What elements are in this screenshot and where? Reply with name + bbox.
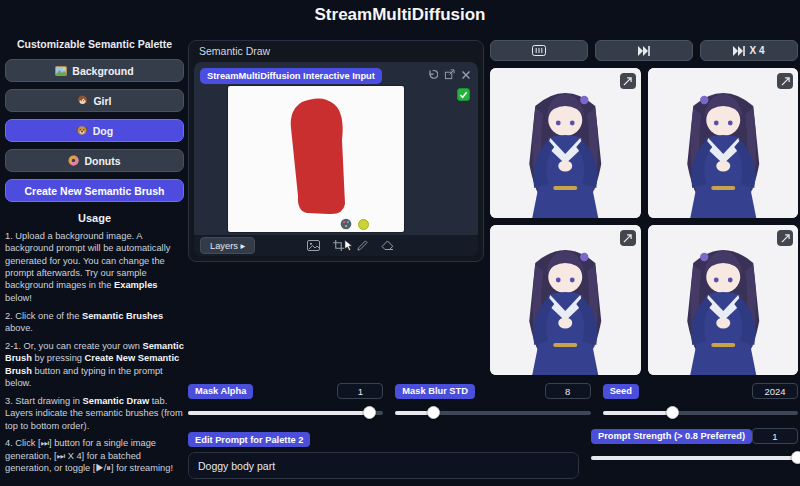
image-icon[interactable]	[307, 240, 320, 251]
mask-alpha-label: Mask Alpha	[188, 384, 253, 399]
skip-icon	[638, 46, 650, 56]
current-color-swatch[interactable]	[358, 219, 369, 230]
prompt-edit-label: Edit Prompt for Palette 2	[188, 432, 310, 447]
expand-image-button[interactable]	[777, 73, 793, 89]
seed-group: Seed	[603, 383, 798, 419]
brush-label: Dog	[93, 125, 113, 137]
mask-alpha-input[interactable]	[337, 383, 383, 399]
usage-paragraph: 3. Start drawing in Semantic Draw tab. L…	[5, 395, 184, 432]
mask-alpha-slider[interactable]	[188, 406, 383, 419]
expand-icon	[623, 77, 632, 86]
prompt-strength-slider[interactable]	[591, 451, 798, 464]
palette-icon[interactable]	[340, 218, 352, 230]
tab-semantic-draw[interactable]: Semantic Draw	[189, 41, 280, 61]
seed-input[interactable]	[752, 383, 798, 399]
usage-instructions: 1. Upload a background image. A backgrou…	[5, 230, 184, 474]
prompt-strength-label: Prompt Strength (> 0.8 Preferred)	[591, 429, 752, 444]
page-title: StreamMultiDiffusion	[0, 5, 800, 25]
usage-paragraph: 4. Click [⏭] button for a single image g…	[5, 437, 184, 474]
brush-background-button[interactable]: Background	[5, 59, 184, 82]
gallery-item[interactable]	[648, 225, 799, 375]
brush-dog-button[interactable]: Dog	[5, 119, 184, 142]
mask-blur-group: Mask Blur STD	[395, 383, 590, 419]
mask-blur-label: Mask Blur STD	[395, 384, 475, 399]
dog-icon	[76, 125, 88, 136]
check-icon	[459, 90, 468, 99]
picture-icon	[55, 66, 67, 76]
brush-donuts-button[interactable]: Donuts	[5, 149, 184, 172]
undo-icon[interactable]	[427, 69, 438, 80]
results-column: X 4	[490, 40, 798, 375]
generated-image	[648, 225, 799, 375]
usage-paragraph: 2. Click one of the Semantic Brushes abo…	[5, 310, 184, 335]
usage-paragraph: 2-1. Or, you can create your own Semanti…	[5, 340, 184, 389]
gallery-item[interactable]	[648, 68, 799, 218]
brush-label: Background	[72, 65, 133, 77]
create-new-semantic-brush-button[interactable]: Create New Semantic Brush	[5, 179, 184, 202]
prompt-strength-group: Prompt Strength (> 0.8 Preferred)	[591, 428, 798, 483]
mask-blur-slider[interactable]	[395, 406, 590, 419]
expand-image-button[interactable]	[620, 73, 636, 89]
semantic-palette-sidebar: Customizable Semantic Palette Background…	[5, 38, 184, 480]
brush-label: Girl	[93, 95, 111, 107]
batch-count-label: X 4	[749, 45, 764, 56]
gallery-item[interactable]	[490, 68, 641, 218]
seed-slider[interactable]	[603, 406, 798, 419]
expand-image-button[interactable]	[777, 230, 793, 246]
mask-blur-input[interactable]	[545, 383, 591, 399]
slider-handle[interactable]	[666, 406, 679, 419]
seed-label: Seed	[603, 384, 639, 399]
drawing-canvas[interactable]	[228, 86, 404, 232]
canvas-input-badge: StreamMultiDiffusion Interactive Input	[200, 68, 382, 84]
result-gallery	[490, 68, 798, 375]
prompt-strength-input[interactable]	[752, 428, 798, 444]
semantic-draw-panel: Semantic Draw StreamMultiDiffusion Inter…	[188, 40, 484, 262]
slider-handle[interactable]	[363, 406, 376, 419]
usage-paragraph: 1. Upload a background image. A backgrou…	[5, 230, 184, 304]
eraser-icon[interactable]	[381, 240, 394, 251]
brush-label: Donuts	[84, 155, 120, 167]
generated-image	[648, 68, 799, 218]
crop-icon[interactable]	[333, 240, 344, 251]
interactive-canvas[interactable]: StreamMultiDiffusion Interactive Input L…	[194, 62, 478, 256]
usage-title: Usage	[5, 212, 184, 224]
expand-icon	[781, 234, 790, 243]
slider-handle[interactable]	[427, 406, 440, 419]
mask-alpha-group: Mask Alpha	[188, 383, 383, 419]
generated-image	[490, 225, 641, 375]
expand-icon	[623, 234, 632, 243]
prompt-edit-block: Edit Prompt for Palette 2 Doggy body par…	[188, 428, 579, 483]
popout-icon[interactable]	[444, 69, 455, 80]
active-checkbox[interactable]	[457, 88, 470, 101]
prompt-input[interactable]: Doggy body part	[188, 452, 579, 479]
generated-image	[490, 68, 641, 218]
palette-title: Customizable Semantic Palette	[5, 38, 184, 50]
brush-tool-icon[interactable]	[357, 240, 368, 251]
skip-icon	[733, 46, 745, 56]
donut-icon	[68, 155, 79, 166]
close-icon[interactable]	[461, 70, 471, 80]
girl-icon	[77, 95, 88, 106]
expand-icon	[781, 77, 790, 86]
layers-button[interactable]: Layers ▸	[200, 237, 255, 254]
expand-image-button[interactable]	[620, 230, 636, 246]
canvas-toolbar: Layers ▸	[194, 235, 478, 256]
generation-controls: Mask Alpha Mask Blur STD Seed	[188, 383, 798, 483]
stream-toggle-button[interactable]	[490, 40, 588, 61]
red-mask-stroke	[228, 86, 404, 232]
generate-batch-button[interactable]: X 4	[700, 40, 798, 61]
cursor-icon	[344, 239, 353, 252]
brush-girl-button[interactable]: Girl	[5, 89, 184, 112]
generate-once-button[interactable]	[595, 40, 693, 61]
gallery-item[interactable]	[490, 225, 641, 375]
slider-handle[interactable]	[791, 451, 800, 464]
stream-icon	[532, 45, 546, 56]
